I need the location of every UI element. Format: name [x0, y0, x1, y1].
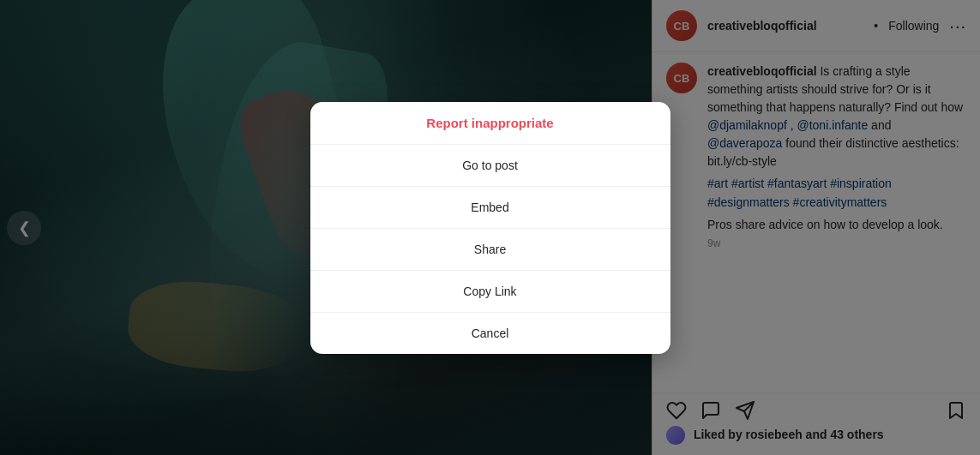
app-container: ❮ ❯ CB creativebloqofficial • Following …: [0, 0, 980, 455]
modal: Report inappropriate Go to post Embed Sh…: [310, 102, 670, 354]
go-to-post-button[interactable]: Go to post: [310, 145, 670, 187]
cancel-button[interactable]: Cancel: [310, 313, 670, 354]
embed-button[interactable]: Embed: [310, 187, 670, 229]
share-modal-button[interactable]: Share: [310, 229, 670, 271]
copy-link-button[interactable]: Copy Link: [310, 271, 670, 313]
report-button[interactable]: Report inappropriate: [310, 102, 670, 145]
overlay[interactable]: Report inappropriate Go to post Embed Sh…: [0, 0, 980, 455]
